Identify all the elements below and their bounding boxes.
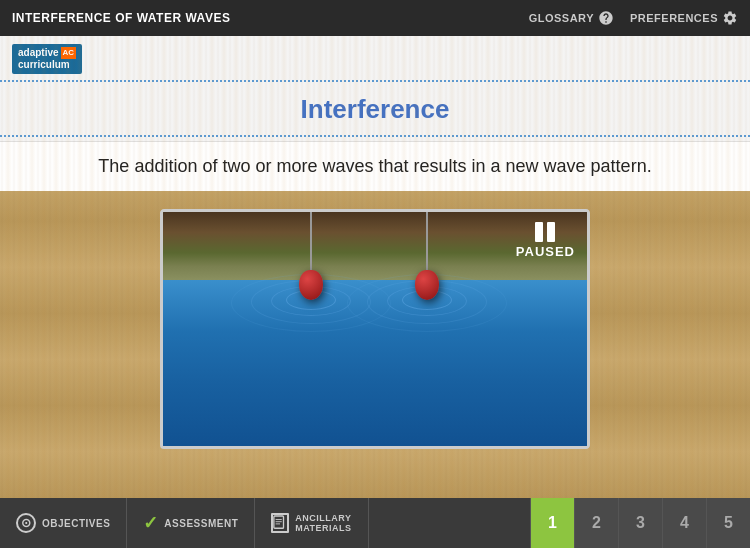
objectives-button[interactable]: ⊙ OBJECTIVES	[0, 498, 127, 548]
assessment-button[interactable]: ✓ ASSESSMENT	[127, 498, 255, 548]
page-4-button[interactable]: 4	[662, 498, 706, 548]
video-frame[interactable]: PAUSED	[160, 209, 590, 449]
pause-bar-right	[547, 222, 555, 242]
glossary-button[interactable]: GLOSSARY	[529, 10, 614, 26]
bob-2	[415, 270, 439, 300]
page-2-button[interactable]: 2	[574, 498, 618, 548]
animation-scene: PAUSED	[163, 212, 587, 446]
logo-line1: adaptiveAC	[18, 47, 76, 59]
ancillary-label: ANCILLARY MATERIALS	[295, 513, 351, 533]
check-icon: ✓	[143, 512, 158, 534]
page-1-button[interactable]: 1	[530, 498, 574, 548]
bob-1	[299, 270, 323, 300]
main-content: adaptiveAC curriculum Interference The a…	[0, 36, 750, 498]
glossary-icon	[598, 10, 614, 26]
pause-indicator: PAUSED	[516, 222, 575, 259]
content-title: Interference	[0, 86, 750, 131]
pause-bar-left	[535, 222, 543, 242]
preferences-label: PREFERENCES	[630, 12, 718, 24]
bottom-left-buttons: ⊙ OBJECTIVES ✓ ASSESSMENT ANCILLARY MATE…	[0, 498, 530, 548]
pause-bars	[516, 222, 575, 242]
description-text: The addition of two or more waves that r…	[0, 141, 750, 191]
top-bar: INTERFERENCE OF WATER WAVES GLOSSARY PRE…	[0, 0, 750, 36]
logo-line2: curriculum	[18, 59, 76, 71]
ancillary-materials-button[interactable]: ANCILLARY MATERIALS	[255, 498, 368, 548]
glossary-label: GLOSSARY	[529, 12, 594, 24]
document-icon	[271, 513, 289, 533]
gear-icon	[722, 10, 738, 26]
bottom-nav: ⊙ OBJECTIVES ✓ ASSESSMENT ANCILLARY MATE…	[0, 498, 750, 548]
pause-label: PAUSED	[516, 244, 575, 259]
white-panel: adaptiveAC curriculum Interference The a…	[0, 36, 750, 191]
title-divider	[0, 135, 750, 137]
objectives-label: OBJECTIVES	[42, 518, 110, 529]
top-bar-actions: GLOSSARY PREFERENCES	[529, 10, 738, 26]
logo-bar: adaptiveAC curriculum	[0, 36, 750, 76]
page-5-button[interactable]: 5	[706, 498, 750, 548]
logo-ac-badge: AC	[61, 47, 77, 59]
assessment-label: ASSESSMENT	[164, 518, 238, 529]
app-title: INTERFERENCE OF WATER WAVES	[12, 11, 230, 25]
preferences-button[interactable]: PREFERENCES	[630, 10, 738, 26]
video-area: PAUSED	[0, 191, 750, 459]
top-divider	[0, 80, 750, 82]
doc-svg	[273, 514, 287, 532]
page-numbers: 1 2 3 4 5	[530, 498, 750, 548]
page-3-button[interactable]: 3	[618, 498, 662, 548]
objectives-icon: ⊙	[16, 513, 36, 533]
logo: adaptiveAC curriculum	[12, 44, 82, 74]
